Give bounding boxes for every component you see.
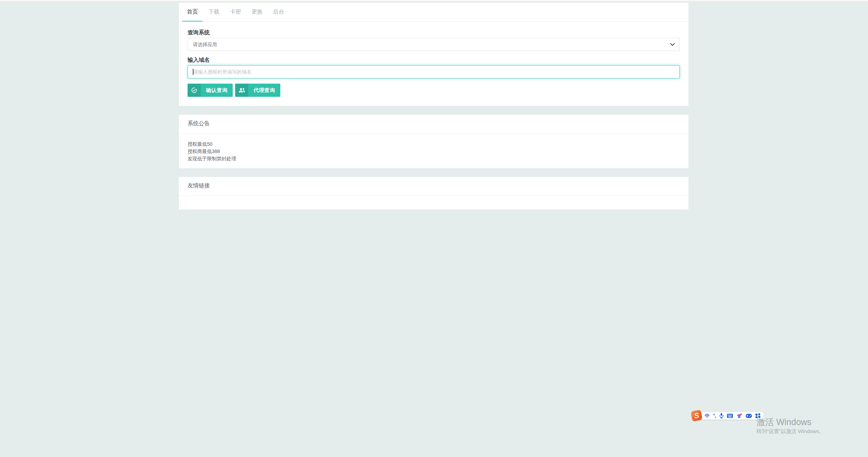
keyboard-icon[interactable]	[727, 414, 733, 418]
query-card: 首页 下载 卡密 更换 后台 查询系统 请选择应用 输入域名	[179, 3, 688, 106]
agent-query-button[interactable]: 代理查询	[235, 84, 280, 97]
users-icon	[235, 84, 248, 97]
windows-activation-watermark: 激活 Windows 转到“设置”以激活 Windows。	[757, 417, 824, 435]
announcement-title: 系统公告	[179, 115, 688, 134]
announcement-line: 发现低于限制禁封处理	[188, 155, 680, 162]
sogou-logo-letter: S	[694, 411, 700, 420]
button-row: 确认查询 代理查询	[188, 84, 680, 97]
links-card: 友情链接	[179, 177, 688, 210]
watermark-title: 激活 Windows	[757, 417, 824, 426]
check-circle-icon	[188, 84, 201, 97]
tab-home[interactable]: 首页	[182, 3, 202, 21]
tab-admin[interactable]: 后台	[268, 3, 289, 21]
announcement-body: 授权最低50 授权商最低388 发现低于限制禁封处理	[179, 134, 688, 168]
announcement-card: 系统公告 授权最低50 授权商最低388 发现低于限制禁封处理	[179, 115, 688, 168]
sogou-logo-icon[interactable]: S	[691, 410, 703, 422]
desktop: 首页 下载 卡密 更换 后台 查询系统 请选择应用 输入域名	[0, 0, 868, 457]
announcement-line: 授权商最低388	[188, 148, 680, 155]
tab-label: 下载	[208, 8, 220, 16]
announcement-line: 授权最低50	[188, 141, 680, 148]
links-title: 友情链接	[179, 177, 688, 196]
links-body	[179, 196, 688, 210]
domain-input[interactable]	[188, 65, 680, 78]
app-select-label: 查询系统	[188, 30, 680, 35]
tab-label: 卡密	[230, 8, 241, 16]
punctuation-icon[interactable]: °,	[713, 413, 716, 418]
confirm-query-label: 确认查询	[201, 84, 233, 97]
emoji-gamepad-icon[interactable]	[746, 414, 752, 418]
agent-query-label: 代理查询	[248, 84, 280, 97]
domain-input-label: 输入域名	[188, 57, 680, 63]
tab-replace[interactable]: 更换	[247, 3, 267, 21]
confirm-query-button[interactable]: 确认查询	[188, 84, 233, 97]
app-select[interactable]: 请选择应用	[188, 38, 680, 51]
tab-label: 更换	[251, 8, 263, 16]
ime-tray: 中 °,	[700, 412, 764, 420]
tab-label: 首页	[187, 8, 198, 16]
tab-download[interactable]: 下载	[204, 3, 224, 21]
watermark-subtitle: 转到“设置”以激活 Windows。	[757, 428, 824, 435]
text-caret	[193, 69, 193, 75]
ime-toolbar: S 中 °,	[692, 411, 764, 421]
tab-label: 后台	[273, 8, 284, 16]
main-container: 首页 下载 卡密 更换 后台 查询系统 请选择应用 输入域名	[179, 0, 688, 210]
microphone-icon[interactable]	[719, 413, 724, 418]
tab-cardkey[interactable]: 卡密	[225, 3, 246, 21]
query-form: 查询系统 请选择应用 输入域名	[179, 22, 688, 106]
chinese-mode-icon[interactable]: 中	[705, 413, 710, 418]
nav-tabbar: 首页 下载 卡密 更换 后台	[179, 3, 688, 22]
domain-input-wrap	[188, 65, 680, 78]
skin-icon[interactable]	[736, 413, 742, 418]
app-select-wrap: 请选择应用	[188, 38, 680, 51]
